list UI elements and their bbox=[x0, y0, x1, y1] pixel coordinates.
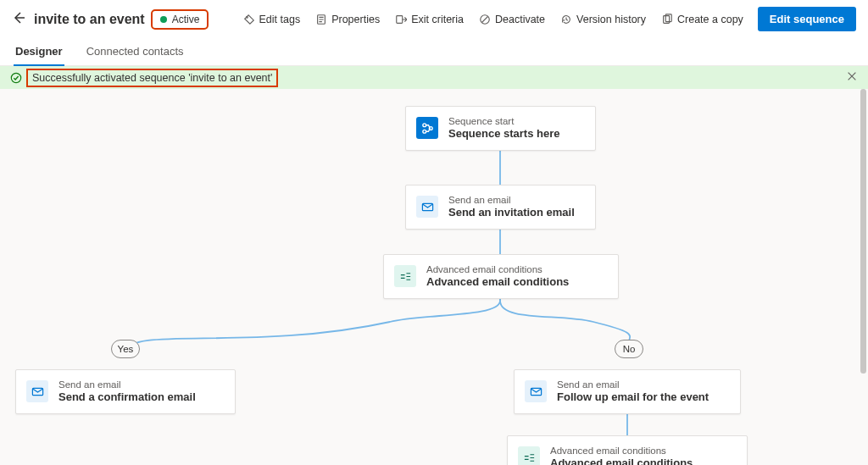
success-notification: Successfully activated sequence 'invite … bbox=[0, 66, 868, 89]
node-type: Send an email bbox=[557, 379, 709, 390]
node-title: Sequence starts here bbox=[448, 127, 560, 141]
edit-tags-button[interactable]: Edit tags bbox=[237, 10, 307, 29]
node-title: Send an invitation email bbox=[448, 206, 575, 219]
branch-no-pill: No bbox=[615, 340, 643, 358]
edit-sequence-button[interactable]: Edit sequence bbox=[758, 7, 856, 31]
node-title: Follow up email for the event bbox=[557, 390, 709, 404]
svg-point-6 bbox=[11, 73, 20, 82]
sequence-canvas[interactable]: Sequence start Sequence starts here Send… bbox=[0, 89, 868, 465]
notification-message: Successfully activated sequence 'invite … bbox=[32, 72, 272, 84]
node-title: Advanced email conditions bbox=[426, 275, 569, 289]
tab-connected-contacts[interactable]: Connected contacts bbox=[85, 40, 186, 65]
branch-yes-pill: Yes bbox=[111, 340, 140, 358]
node-email-confirmation[interactable]: Send an email Send a confirmation email bbox=[15, 369, 236, 414]
node-email-followup[interactable]: Send an email Follow up email for the ev… bbox=[514, 369, 741, 414]
node-title: Send a confirmation email bbox=[58, 390, 196, 404]
email-icon bbox=[525, 380, 547, 402]
node-type: Send an email bbox=[448, 194, 575, 206]
node-condition-2[interactable]: Advanced email conditions Advanced email… bbox=[507, 435, 748, 465]
check-circle-icon bbox=[10, 72, 22, 84]
deactivate-label: Deactivate bbox=[495, 14, 545, 25]
node-condition-1[interactable]: Advanced email conditions Advanced email… bbox=[383, 254, 619, 299]
page-title: invite to an event bbox=[34, 12, 145, 27]
back-icon[interactable] bbox=[12, 11, 25, 28]
close-icon[interactable] bbox=[846, 70, 858, 85]
status-badge: Active bbox=[153, 12, 207, 27]
node-type: Sequence start bbox=[448, 115, 560, 127]
tab-designer[interactable]: Designer bbox=[14, 40, 64, 66]
version-history-button[interactable]: Version history bbox=[554, 10, 652, 29]
svg-point-7 bbox=[422, 124, 426, 127]
node-title: Advanced email conditions bbox=[550, 457, 693, 465]
node-type: Advanced email conditions bbox=[426, 263, 569, 275]
node-type: Send an email bbox=[58, 379, 196, 390]
exit-criteria-label: Exit criteria bbox=[411, 14, 464, 25]
version-history-label: Version history bbox=[576, 14, 646, 25]
tabs: Designer Connected contacts bbox=[0, 35, 868, 66]
condition-icon bbox=[518, 446, 540, 465]
exit-criteria-button[interactable]: Exit criteria bbox=[389, 10, 470, 29]
node-type: Advanced email conditions bbox=[550, 445, 693, 457]
sequence-start-icon bbox=[416, 117, 438, 139]
status-dot-icon bbox=[160, 16, 167, 23]
properties-label: Properties bbox=[331, 14, 380, 25]
svg-rect-2 bbox=[397, 15, 403, 23]
properties-button[interactable]: Properties bbox=[309, 10, 386, 29]
create-copy-label: Create a copy bbox=[677, 14, 743, 25]
status-label: Active bbox=[172, 14, 200, 25]
svg-point-0 bbox=[246, 16, 248, 18]
email-icon bbox=[26, 380, 48, 402]
node-email-invitation[interactable]: Send an email Send an invitation email bbox=[405, 185, 596, 230]
create-copy-button[interactable]: Create a copy bbox=[655, 10, 749, 29]
scrollbar[interactable] bbox=[860, 89, 866, 374]
condition-icon bbox=[394, 265, 416, 287]
svg-point-8 bbox=[422, 130, 426, 133]
node-start[interactable]: Sequence start Sequence starts here bbox=[405, 106, 596, 151]
email-icon bbox=[416, 196, 438, 218]
deactivate-button[interactable]: Deactivate bbox=[473, 10, 551, 29]
edit-tags-label: Edit tags bbox=[259, 14, 301, 25]
